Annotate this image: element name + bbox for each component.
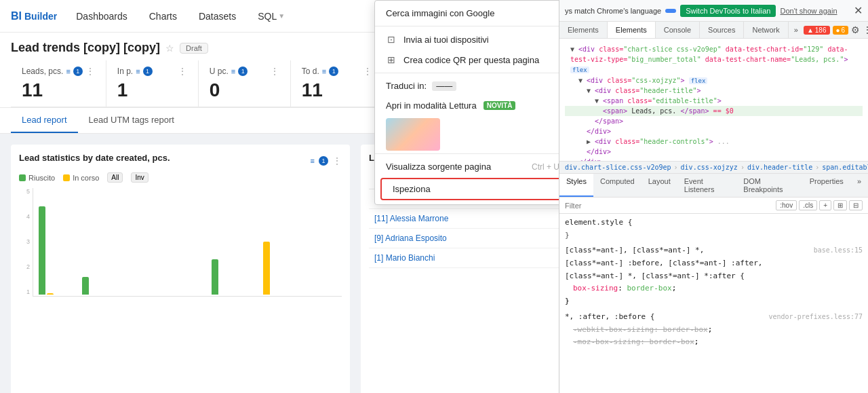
bar-group-1 [39, 206, 77, 295]
cls-button[interactable]: .cls [799, 200, 817, 210]
devtools-gear-icon[interactable]: ⚙ [851, 24, 860, 35]
styles-content[interactable]: element.style { } [class*=ant-], [class*… [559, 214, 868, 350]
css-prop-moz: -moz-box-sizing: border-box; [565, 336, 863, 349]
styles-tab-properties[interactable]: Properties [803, 174, 850, 197]
tab-lead-report[interactable]: Lead report [11, 108, 78, 133]
nav-charts[interactable]: Charts [146, 11, 180, 22]
breadcrumb-header-title[interactable]: div.header-title [747, 164, 812, 171]
styles-filter-input[interactable] [565, 202, 773, 210]
match-language-button[interactable] [665, 9, 676, 13]
warn-badge: ● 6 [833, 26, 849, 35]
bar-group-4 [169, 293, 207, 295]
star-icon[interactable]: ☆ [165, 43, 174, 54]
bar-green-7 [298, 293, 305, 295]
code-line-6: </span> [565, 116, 863, 126]
grid-button[interactable]: ⊞ [833, 200, 847, 210]
code-line-8: ▶ <div class="header-controls"> ... [565, 136, 863, 147]
styles-tab-dom-breakpoints[interactable]: DOM Breakpoints [736, 174, 802, 197]
nav-dashboards[interactable]: Dashboards [73, 11, 130, 22]
brand-logo[interactable]: BI Builder [11, 10, 57, 22]
bar-chart [33, 188, 342, 297]
devtools-breadcrumb: div.chart-slice.css-v2o9ep › div.css-xoj… [559, 161, 868, 173]
devtools-tab-more[interactable]: » [789, 22, 804, 38]
nav-datasets[interactable]: Datasets [196, 11, 239, 22]
brand-builder: Builder [24, 11, 57, 22]
y-label-2: 2 [19, 263, 30, 270]
filter-icon-2[interactable]: ≡ [136, 67, 140, 75]
legend-dot-yellow [63, 174, 70, 181]
switch-devtools-button[interactable]: Switch DevTools to Italian [680, 5, 776, 17]
all-button[interactable]: All [107, 172, 123, 183]
code-line-5: <span> Leads, pcs. </span> == $0 [565, 106, 863, 116]
filter-icon[interactable]: ≡ [66, 67, 70, 75]
equals-zero-badge: == $0 [713, 107, 734, 115]
ctx-invia[interactable]: ⊡ Invia ai tuoi dispositivi [375, 29, 570, 50]
novita-badge: NOVITÀ [484, 101, 516, 110]
ctx-ispeziona[interactable]: Ispeziona [380, 178, 565, 200]
code-line-3: ▼ <div class="header-title"> [565, 86, 863, 96]
devtools-tab-elements-sel[interactable]: Elements [608, 22, 656, 38]
metric-unique-value: 0 [210, 79, 279, 101]
devtools-styles-panel: Styles Computed Layout Event Listeners D… [559, 173, 868, 350]
devtools-kebab-icon[interactable]: ⋮ [863, 24, 868, 35]
flex-badge-2: flex [689, 77, 708, 84]
add-style-button[interactable]: + [819, 200, 831, 210]
metric-leads-label: Leads, pcs. [22, 67, 63, 76]
tab-lead-utm[interactable]: Lead UTM tags report [78, 108, 185, 133]
devtools-tab-network[interactable]: Network [744, 22, 788, 38]
more-icon-leads[interactable]: ⋮ [85, 66, 95, 77]
ctx-cerca[interactable]: Cerca immagini con Google [375, 3, 570, 23]
filter-icon-3[interactable]: ≡ [231, 67, 235, 75]
devtools-tab-sources[interactable]: Sources [700, 22, 744, 38]
more-icon-3[interactable]: ⋮ [270, 66, 279, 77]
flex-badge: flex [570, 67, 589, 73]
css-element-style-close: } [565, 229, 863, 242]
ctx-lettura[interactable]: Apri in modalità Lettura NOVITÀ [375, 96, 570, 115]
ctx-qr[interactable]: ⊞ Crea codice QR per questa pagina [375, 50, 570, 70]
more-icon-2[interactable]: ⋮ [178, 66, 187, 77]
breadcrumb-editable-title[interactable]: span.editable-title [822, 164, 868, 171]
bar-green-1 [39, 206, 45, 295]
styles-tab-styles[interactable]: Styles [559, 174, 593, 197]
hov-button[interactable]: :hov [776, 200, 797, 210]
sql-dropdown-arrow: ▼ [278, 12, 285, 20]
devtools-close-button[interactable]: ✕ [854, 4, 863, 17]
breadcrumb-css-xojzyz[interactable]: div.css-xojzyz [681, 164, 738, 171]
assigned-name-4[interactable]: [1] Mario Bianchi [374, 253, 435, 263]
metric-total-value: 11 [302, 79, 372, 101]
devtools-tab-console[interactable]: Console [656, 22, 700, 38]
styles-tab-layout[interactable]: Layout [642, 174, 677, 197]
assigned-name-2[interactable]: [11] Alessia Marrone [374, 214, 448, 223]
css-rule-vendor: *, :after, :before { vendor-prefixes.les… [565, 311, 863, 350]
breadcrumb-chart-slice[interactable]: div.chart-slice.css-v2o9ep [565, 164, 671, 171]
code-line-4: ▼ <span class="editable-title"> [565, 96, 863, 106]
metric-leads: Leads, pcs. ≡ 1 ⋮ 11 [22, 60, 106, 107]
devtools-tab-elements[interactable]: Elements [559, 22, 608, 38]
dont-show-again-link[interactable]: Don't show again [780, 7, 837, 15]
devtools-notification-bar: ys match Chrome's language Switch DevToo… [559, 0, 868, 22]
filter-icon-4[interactable]: ≡ [322, 67, 326, 75]
metric-in-progress: In p. ≡ 1 ⋮ 1 [117, 60, 199, 107]
y-label-1: 1 [19, 288, 30, 295]
legend-riuscito: Riuscito [19, 172, 55, 183]
styles-tab-computed[interactable]: Computed [593, 174, 642, 197]
ctx-sorgente[interactable]: Visualizza sorgente pagina Ctrl + U [375, 157, 570, 176]
styles-tab-event-listeners[interactable]: Event Listeners [677, 174, 737, 197]
page-title: Lead trends [copy] [copy] [11, 41, 160, 55]
assigned-name-3[interactable]: [9] Adriana Esposito [374, 233, 447, 243]
bar-green-4 [169, 293, 176, 295]
chart-left-more-icon[interactable]: ⋮ [332, 155, 342, 166]
chart-left-filter-icon[interactable]: ≡ [311, 157, 315, 165]
layout-btn-2[interactable]: ⊟ [849, 200, 863, 210]
devtools-toolbar-right: ▲ 186 ● 6 ⚙ ⋮ ✕ [804, 22, 868, 38]
metric-in-progress-value: 1 [117, 79, 187, 101]
inv-button[interactable]: Inv [131, 172, 148, 183]
more-icon-4[interactable]: ⋮ [363, 66, 372, 77]
styles-tab-more[interactable]: » [850, 174, 868, 197]
devtools-code-panel[interactable]: ▼ <div class="chart-slice css-v2o9ep" da… [559, 39, 868, 161]
css-prop-box-sizing: box-sizing: border-box; [565, 282, 863, 295]
filter-badge-3: 1 [238, 67, 248, 76]
filter-badge-4: 1 [329, 67, 338, 76]
nav-sql[interactable]: SQL ▼ [255, 11, 288, 22]
bar-green-2 [82, 277, 89, 295]
